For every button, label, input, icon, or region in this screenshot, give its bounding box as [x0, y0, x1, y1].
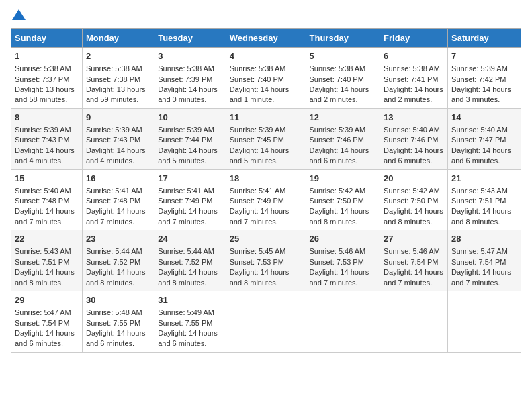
sunrise-text: Sunrise: 5:39 AM	[451, 64, 508, 73]
table-row: 6Sunrise: 5:38 AMSunset: 7:41 PMDaylight…	[380, 48, 448, 109]
daylight-text: Daylight: 13 hours and 58 minutes.	[15, 85, 75, 103]
day-number: 7	[451, 50, 517, 62]
day-number: 3	[158, 50, 222, 62]
daylight-text: Daylight: 14 hours and 1 minute.	[230, 85, 290, 103]
table-row: 21Sunrise: 5:43 AMSunset: 7:51 PMDayligh…	[448, 169, 521, 230]
table-row	[448, 291, 521, 353]
sunset-text: Sunset: 7:46 PM	[310, 136, 364, 144]
day-number: 18	[230, 173, 302, 185]
daylight-text: Daylight: 14 hours and 5 minutes.	[230, 146, 290, 165]
daylight-text: Daylight: 14 hours and 6 minutes.	[158, 329, 218, 347]
table-row: 18Sunrise: 5:41 AMSunset: 7:49 PMDayligh…	[226, 169, 306, 230]
table-row: 5Sunrise: 5:38 AMSunset: 7:40 PMDaylight…	[306, 48, 380, 109]
sunrise-text: Sunrise: 5:39 AM	[310, 126, 366, 134]
daylight-text: Daylight: 14 hours and 3 minutes.	[451, 85, 511, 103]
day-number: 14	[451, 111, 517, 124]
sunset-text: Sunset: 7:43 PM	[15, 136, 69, 144]
table-row: 10Sunrise: 5:39 AMSunset: 7:44 PMDayligh…	[154, 108, 226, 169]
sunrise-text: Sunrise: 5:39 AM	[15, 126, 71, 134]
table-row: 25Sunrise: 5:45 AMSunset: 7:53 PMDayligh…	[226, 230, 306, 291]
daylight-text: Daylight: 14 hours and 8 minutes.	[86, 268, 146, 286]
sunrise-text: Sunrise: 5:48 AM	[86, 308, 142, 316]
sunset-text: Sunset: 7:48 PM	[86, 197, 140, 205]
sunset-text: Sunset: 7:52 PM	[86, 258, 140, 266]
table-row: 15Sunrise: 5:40 AMSunset: 7:48 PMDayligh…	[11, 169, 83, 230]
logo	[11, 11, 26, 21]
daylight-text: Daylight: 14 hours and 7 minutes.	[15, 207, 75, 225]
day-number: 27	[384, 233, 444, 245]
sunrise-text: Sunrise: 5:46 AM	[310, 247, 366, 255]
table-row	[380, 291, 448, 353]
sunrise-text: Sunrise: 5:46 AM	[384, 247, 440, 255]
header-row: Sunday Monday Tuesday Wednesday Thursday…	[11, 29, 521, 48]
table-row: 17Sunrise: 5:41 AMSunset: 7:49 PMDayligh…	[154, 169, 226, 230]
table-row: 9Sunrise: 5:39 AMSunset: 7:43 PMDaylight…	[82, 108, 154, 169]
sunrise-text: Sunrise: 5:43 AM	[15, 247, 71, 255]
day-number: 30	[86, 294, 150, 306]
sunrise-text: Sunrise: 5:41 AM	[86, 187, 142, 195]
table-row: 1Sunrise: 5:38 AMSunset: 7:37 PMDaylight…	[11, 48, 83, 109]
day-number: 13	[384, 111, 444, 124]
sunrise-text: Sunrise: 5:41 AM	[158, 187, 214, 195]
sunrise-text: Sunrise: 5:40 AM	[15, 187, 71, 195]
sunrise-text: Sunrise: 5:45 AM	[230, 247, 286, 255]
sunrise-text: Sunrise: 5:43 AM	[451, 187, 508, 195]
sunrise-text: Sunrise: 5:42 AM	[310, 187, 366, 195]
col-thursday: Thursday	[306, 29, 380, 48]
table-row: 28Sunrise: 5:47 AMSunset: 7:54 PMDayligh…	[448, 230, 521, 291]
sunset-text: Sunset: 7:54 PM	[15, 319, 69, 327]
table-row: 22Sunrise: 5:43 AMSunset: 7:51 PMDayligh…	[11, 230, 83, 291]
daylight-text: Daylight: 14 hours and 2 minutes.	[384, 85, 443, 103]
daylight-text: Daylight: 14 hours and 0 minutes.	[158, 85, 218, 103]
sunset-text: Sunset: 7:55 PM	[158, 319, 212, 327]
sunrise-text: Sunrise: 5:41 AM	[230, 187, 286, 195]
table-row	[306, 291, 380, 353]
sunrise-text: Sunrise: 5:40 AM	[384, 126, 440, 134]
daylight-text: Daylight: 14 hours and 7 minutes.	[230, 207, 290, 225]
daylight-text: Daylight: 14 hours and 6 minutes.	[310, 146, 369, 165]
sunrise-text: Sunrise: 5:38 AM	[86, 64, 142, 73]
col-friday: Friday	[380, 29, 448, 48]
daylight-text: Daylight: 14 hours and 7 minutes.	[384, 268, 443, 286]
col-sunday: Sunday	[11, 29, 83, 48]
day-number: 25	[230, 233, 302, 245]
day-number: 12	[310, 111, 377, 124]
daylight-text: Daylight: 14 hours and 5 minutes.	[158, 146, 218, 165]
sunset-text: Sunset: 7:37 PM	[15, 75, 69, 83]
sunset-text: Sunset: 7:54 PM	[451, 258, 506, 266]
calendar-table: Sunday Monday Tuesday Wednesday Thursday…	[11, 28, 521, 353]
sunset-text: Sunset: 7:41 PM	[384, 75, 438, 83]
col-monday: Monday	[82, 29, 154, 48]
sunset-text: Sunset: 7:53 PM	[310, 258, 364, 266]
table-row: 29Sunrise: 5:47 AMSunset: 7:54 PMDayligh…	[11, 291, 83, 353]
day-number: 22	[15, 233, 79, 245]
table-row: 26Sunrise: 5:46 AMSunset: 7:53 PMDayligh…	[306, 230, 380, 291]
daylight-text: Daylight: 14 hours and 7 minutes.	[451, 268, 511, 286]
table-row: 20Sunrise: 5:42 AMSunset: 7:50 PMDayligh…	[380, 169, 448, 230]
svg-marker-0	[12, 9, 26, 20]
daylight-text: Daylight: 14 hours and 8 minutes.	[230, 268, 290, 286]
table-row: 4Sunrise: 5:38 AMSunset: 7:40 PMDaylight…	[226, 48, 306, 109]
table-row: 12Sunrise: 5:39 AMSunset: 7:46 PMDayligh…	[306, 108, 380, 169]
sunrise-text: Sunrise: 5:47 AM	[15, 308, 71, 316]
sunrise-text: Sunrise: 5:38 AM	[384, 64, 440, 73]
sunrise-text: Sunrise: 5:47 AM	[451, 247, 508, 255]
daylight-text: Daylight: 14 hours and 7 minutes.	[86, 207, 146, 225]
daylight-text: Daylight: 14 hours and 6 minutes.	[15, 329, 75, 347]
sunset-text: Sunset: 7:47 PM	[451, 136, 506, 144]
calendar-row: 29Sunrise: 5:47 AMSunset: 7:54 PMDayligh…	[11, 291, 521, 353]
sunrise-text: Sunrise: 5:39 AM	[86, 126, 142, 134]
sunrise-text: Sunrise: 5:42 AM	[384, 187, 440, 195]
daylight-text: Daylight: 14 hours and 8 minutes.	[451, 207, 511, 225]
sunset-text: Sunset: 7:53 PM	[230, 258, 284, 266]
day-number: 20	[384, 173, 444, 185]
sunset-text: Sunset: 7:51 PM	[451, 197, 506, 205]
daylight-text: Daylight: 14 hours and 6 minutes.	[384, 146, 443, 165]
daylight-text: Daylight: 14 hours and 8 minutes.	[15, 268, 75, 286]
sunset-text: Sunset: 7:38 PM	[86, 75, 140, 83]
day-number: 2	[86, 50, 150, 62]
daylight-text: Daylight: 14 hours and 4 minutes.	[15, 146, 75, 165]
daylight-text: Daylight: 14 hours and 8 minutes.	[310, 207, 369, 225]
table-row: 16Sunrise: 5:41 AMSunset: 7:48 PMDayligh…	[82, 169, 154, 230]
sunset-text: Sunset: 7:44 PM	[158, 136, 212, 144]
